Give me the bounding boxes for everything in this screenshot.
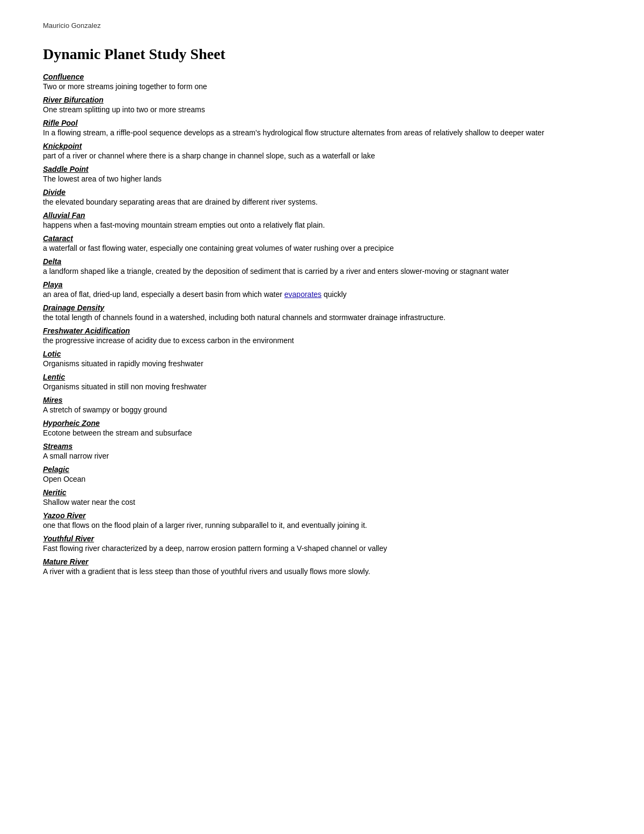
term-definition-alluvial-fan: happens when a fast-moving mountain stre… <box>43 220 601 231</box>
term-definition-hyporheic-zone: Ecotone between the stream and subsurfac… <box>43 427 601 439</box>
term-label-saddle-point: Saddle Point <box>43 165 89 173</box>
term-label-youthful-river: Youthful River <box>43 534 94 543</box>
page-title: Dynamic Planet Study Sheet <box>43 46 601 63</box>
term-label-drainage-density: Drainage Density <box>43 303 104 312</box>
term-definition-mires: A stretch of swampy or boggy ground <box>43 404 601 416</box>
term-label-playa: Playa <box>43 280 63 289</box>
term-label-pelagic: Pelagic <box>43 465 69 474</box>
term-block-freshwater-acidification: Freshwater Acidificationthe progressive … <box>43 327 601 346</box>
term-definition-drainage-density: the total length of channels found in a … <box>43 312 601 323</box>
term-block-cataract: Cataracta waterfall or fast flowing wate… <box>43 234 601 254</box>
term-block-hyporheic-zone: Hyporheic ZoneEcotone between the stream… <box>43 419 601 439</box>
term-label-rifle-pool: Rifle Pool <box>43 119 78 127</box>
term-definition-lotic: Organisms situated in rapidly moving fre… <box>43 358 601 369</box>
term-block-mires: MiresA stretch of swampy or boggy ground <box>43 396 601 416</box>
term-block-lentic: LenticOrganisms situated in still non mo… <box>43 373 601 393</box>
term-label-confluence: Confluence <box>43 72 84 81</box>
term-label-knickpoint: Knickpoint <box>43 142 82 150</box>
terms-container: ConfluenceTwo or more streams joining to… <box>43 72 601 577</box>
term-block-rifle-pool: Rifle PoolIn a flowing stream, a riffle-… <box>43 119 601 139</box>
term-label-lentic: Lentic <box>43 373 65 381</box>
term-block-playa: Playaan area of flat, dried-up land, esp… <box>43 280 601 300</box>
term-definition-rifle-pool: In a flowing stream, a riffle-pool seque… <box>43 127 601 139</box>
term-block-river-bifurcation: River BifurcationOne stream splitting up… <box>43 96 601 115</box>
term-label-mature-river: Mature River <box>43 557 89 566</box>
term-definition-youthful-river: Fast flowing river characterized by a de… <box>43 543 601 554</box>
term-definition-neritic: Shallow water near the cost <box>43 497 601 508</box>
term-block-knickpoint: Knickpointpart of a river or channel whe… <box>43 142 601 162</box>
term-definition-playa: an area of flat, dried-up land, especial… <box>43 289 601 300</box>
term-label-freshwater-acidification: Freshwater Acidification <box>43 327 130 335</box>
term-block-neritic: NeriticShallow water near the cost <box>43 488 601 508</box>
term-label-mires: Mires <box>43 396 63 404</box>
term-label-neritic: Neritic <box>43 488 67 497</box>
term-definition-cataract: a waterfall or fast flowing water, espec… <box>43 243 601 254</box>
term-definition-yazoo-river: one that flows on the flood plain of a l… <box>43 520 601 531</box>
term-definition-divide: the elevated boundary separating areas t… <box>43 197 601 208</box>
term-label-river-bifurcation: River Bifurcation <box>43 96 104 104</box>
term-block-pelagic: PelagicOpen Ocean <box>43 465 601 485</box>
term-block-confluence: ConfluenceTwo or more streams joining to… <box>43 72 601 92</box>
term-label-alluvial-fan: Alluvial Fan <box>43 211 85 220</box>
term-block-yazoo-river: Yazoo Riverone that flows on the flood p… <box>43 511 601 531</box>
term-definition-river-bifurcation: One stream splitting up into two or more… <box>43 104 601 115</box>
term-definition-mature-river: A river with a gradient that is less ste… <box>43 566 601 577</box>
term-block-divide: Dividethe elevated boundary separating a… <box>43 188 601 208</box>
term-block-drainage-density: Drainage Densitythe total length of chan… <box>43 303 601 323</box>
term-definition-delta: a landform shaped like a triangle, creat… <box>43 266 601 277</box>
term-definition-lentic: Organisms situated in still non moving f… <box>43 381 601 393</box>
term-definition-saddle-point: The lowest area of two higher lands <box>43 173 601 185</box>
term-definition-freshwater-acidification: the progressive increase of acidity due … <box>43 335 601 346</box>
term-definition-knickpoint: part of a river or channel where there i… <box>43 150 601 162</box>
term-label-delta: Delta <box>43 257 61 266</box>
term-block-mature-river: Mature RiverA river with a gradient that… <box>43 557 601 577</box>
term-label-lotic: Lotic <box>43 350 61 358</box>
term-block-lotic: LoticOrganisms situated in rapidly movin… <box>43 350 601 369</box>
term-label-yazoo-river: Yazoo River <box>43 511 86 520</box>
term-block-alluvial-fan: Alluvial Fanhappens when a fast-moving m… <box>43 211 601 231</box>
author-name: Mauricio Gonzalez <box>43 21 601 30</box>
term-block-streams: StreamsA small narrow river <box>43 442 601 462</box>
term-block-saddle-point: Saddle PointThe lowest area of two highe… <box>43 165 601 185</box>
evaporates-link[interactable]: evaporates <box>284 290 321 299</box>
term-block-youthful-river: Youthful RiverFast flowing river charact… <box>43 534 601 554</box>
term-definition-pelagic: Open Ocean <box>43 474 601 485</box>
term-label-divide: Divide <box>43 188 65 197</box>
term-label-hyporheic-zone: Hyporheic Zone <box>43 419 100 427</box>
term-block-delta: Deltaa landform shaped like a triangle, … <box>43 257 601 277</box>
term-definition-streams: A small narrow river <box>43 451 601 462</box>
term-label-cataract: Cataract <box>43 234 73 243</box>
term-label-streams: Streams <box>43 442 72 451</box>
term-definition-confluence: Two or more streams joining together to … <box>43 81 601 92</box>
